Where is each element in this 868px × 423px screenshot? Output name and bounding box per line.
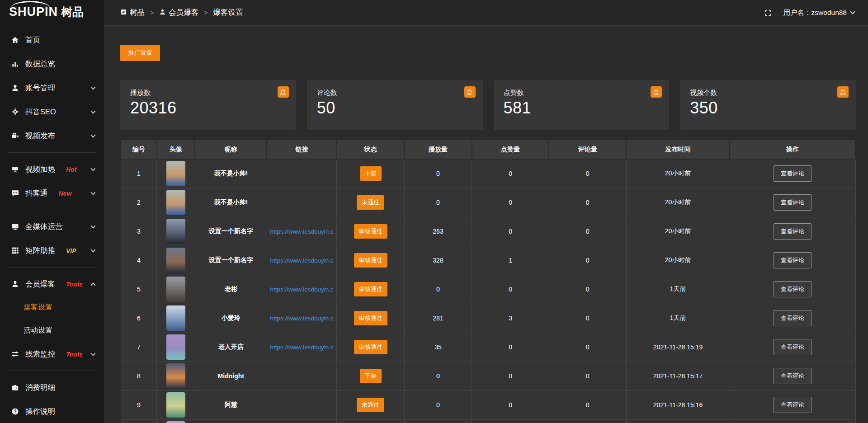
cell-avatar xyxy=(157,304,195,333)
chevron-up-icon xyxy=(90,282,95,287)
logo-arc xyxy=(11,1,50,14)
sidebar-item-首页[interactable]: 首页 xyxy=(0,28,104,52)
view-comments-button[interactable]: 查看评论 xyxy=(774,339,811,355)
sidebar-item-消费明细[interactable]: 消费明细 xyxy=(0,376,104,400)
cell-action: 查看评论 xyxy=(730,275,855,304)
table-body: 1我不是小帅!下架00020小时前查看评论2我不是小帅!未通过00020小时前查… xyxy=(121,159,855,423)
sidebar-item-矩阵助推[interactable]: 矩阵助推VIP xyxy=(0,239,104,263)
sidebar-item-账号管理[interactable]: 账号管理 xyxy=(0,76,104,100)
table-row: 3设置一个新名字https://www.iesdouyin.c审核通过26300… xyxy=(121,217,855,246)
sidebar-item-视频加热[interactable]: 视频加热Hot xyxy=(0,157,104,181)
status-badge: 未通过 xyxy=(357,398,384,412)
cell-nickname: 小爱玲 xyxy=(195,304,267,333)
stat-label: 视频个数 xyxy=(690,89,846,97)
view-comments-button[interactable]: 查看评论 xyxy=(774,223,811,240)
total-badge: 总 xyxy=(837,86,849,98)
sidebar-item-抖音SEO[interactable]: 抖音SEO xyxy=(0,100,104,124)
cell-likes: 0 xyxy=(472,390,549,419)
sidebar-item-线索监控[interactable]: 线索监控Tools xyxy=(0,342,104,366)
sidebar-item-数据总览[interactable]: 数据总览 xyxy=(0,52,104,76)
cell-avatar xyxy=(157,390,195,419)
nickname-text: 老彬 xyxy=(225,285,237,292)
view-comments-button[interactable]: 查看评论 xyxy=(774,281,811,297)
column-header: 播放量 xyxy=(404,140,472,159)
column-header: 编号 xyxy=(121,140,157,159)
sidebar-item-badge: Tools xyxy=(66,351,83,358)
cell-status xyxy=(337,419,405,423)
breadcrumb-item-current[interactable]: 爆客设置 xyxy=(213,8,243,18)
stat-label: 点赞数 xyxy=(504,89,660,97)
home-icon xyxy=(11,36,19,44)
sidebar-subitem-活动设置[interactable]: 活动设置 xyxy=(0,319,104,342)
cell-status: 下架 xyxy=(337,159,405,188)
sidebar-item-抖客通[interactable]: 抖客通New xyxy=(0,181,104,205)
sidebar-item-视频发布[interactable]: 视频发布 xyxy=(0,124,104,148)
stat-card-likes: 点赞数 581 总 xyxy=(494,80,670,130)
video-link[interactable]: https://www.iesdouyin.c xyxy=(267,228,336,235)
stat-value: 20316 xyxy=(130,99,286,118)
breadcrumb-separator: > xyxy=(150,9,154,16)
view-comments-button[interactable]: 查看评论 xyxy=(774,397,811,413)
breadcrumb-label: 会员爆客 xyxy=(169,8,198,18)
nickname-text: 我不是小帅! xyxy=(214,198,248,206)
fullscreen-icon[interactable] xyxy=(764,9,772,17)
breadcrumb-item-member[interactable]: 会员爆客 xyxy=(159,8,198,18)
cell-nickname: 我不是小帅! xyxy=(195,159,267,188)
promo-settings-button[interactable]: 推广设置 xyxy=(120,45,160,61)
sidebar-item-会员爆客[interactable]: 会员爆客Tools xyxy=(0,272,104,296)
content: 推广设置 播放数 20316 总 评论数 50 总 点赞数 581 总 视频个数… xyxy=(104,26,868,423)
user-menu[interactable]: 用户名：zswodun88 xyxy=(783,8,854,18)
table-row: 8Midnight下架0002021-11-28 15:17查看评论 xyxy=(121,362,855,390)
cell-action: 查看评论 xyxy=(730,304,855,333)
cell-plays: 0 xyxy=(404,159,472,188)
video-link[interactable]: https://www.iesdouyin.c xyxy=(267,257,336,264)
view-comments-button[interactable]: 查看评论 xyxy=(774,252,811,268)
sidebar-menu: 首页数据总览账号管理抖音SEO视频发布视频加热Hot抖客通New全媒体运营矩阵助… xyxy=(0,24,104,423)
chevron-down-icon xyxy=(90,132,95,137)
table-row: 7老人开店https://www.iesdouyin.c审核通过35002021… xyxy=(121,333,855,362)
app-logo[interactable]: SHUPIN 树品 xyxy=(0,0,104,24)
cell-link xyxy=(267,419,336,423)
sidebar-item-badge: Hot xyxy=(66,166,76,173)
sidebar-item-操作说明[interactable]: ?操作说明 xyxy=(0,400,104,423)
cell-publish-time: 2021-11-28 15:16 xyxy=(626,390,730,419)
breadcrumb-label: 爆客设置 xyxy=(213,8,243,18)
sidebar-item-label: 账号管理 xyxy=(25,83,55,93)
sidebar-subitem-爆客设置[interactable]: 爆客设置 xyxy=(0,296,104,319)
cell-comments xyxy=(549,419,626,423)
view-comments-button[interactable]: 查看评论 xyxy=(774,165,811,182)
sidebar-item-label: 数据总览 xyxy=(25,59,55,69)
cell-link: https://www.iesdouyin.c xyxy=(267,217,336,246)
avatar xyxy=(166,363,185,389)
user-icon xyxy=(11,84,19,92)
video-link[interactable]: https://www.iesdouyin.c xyxy=(267,286,336,293)
view-comments-button[interactable]: 查看评论 xyxy=(774,310,811,326)
cell-publish-time: 20小时前 xyxy=(626,159,730,188)
username-label: 用户名：zswodun88 xyxy=(783,8,847,18)
breadcrumb-item-shupin[interactable]: 树品 xyxy=(120,8,145,18)
cell-plays: 0 xyxy=(404,362,472,390)
cell-publish-time: 20小时前 xyxy=(626,246,730,275)
stat-value: 350 xyxy=(690,99,846,118)
sidebar-divider xyxy=(8,210,96,210)
status-badge: 审核通过 xyxy=(354,253,387,268)
sidebar-divider xyxy=(8,267,96,268)
sidebar-item-badge: VIP xyxy=(66,247,76,254)
cell-id xyxy=(121,419,157,423)
view-comments-button[interactable]: 查看评论 xyxy=(774,194,811,211)
cell-status: 未通过 xyxy=(337,390,405,419)
total-badge: 总 xyxy=(464,86,476,98)
video-link[interactable]: https://www.iesdouyin.c xyxy=(267,315,336,322)
cell-comments: 0 xyxy=(549,333,626,362)
user-icon xyxy=(159,9,166,17)
video-link[interactable]: https://www.iesdouyin.c xyxy=(267,344,336,351)
view-comments-button[interactable]: 查看评论 xyxy=(774,368,811,384)
cell-status: 审核通过 xyxy=(337,304,405,333)
sidebar-divider xyxy=(8,371,96,371)
table-row: 9阿慧未通过0002021-11-28 15:16查看评论 xyxy=(121,390,855,419)
sidebar-item-label: 矩阵助推 xyxy=(25,246,55,256)
cell-id: 1 xyxy=(121,159,157,188)
avatar xyxy=(166,248,185,273)
gear-icon xyxy=(11,108,19,116)
sidebar-item-全媒体运营[interactable]: 全媒体运营 xyxy=(0,215,104,239)
